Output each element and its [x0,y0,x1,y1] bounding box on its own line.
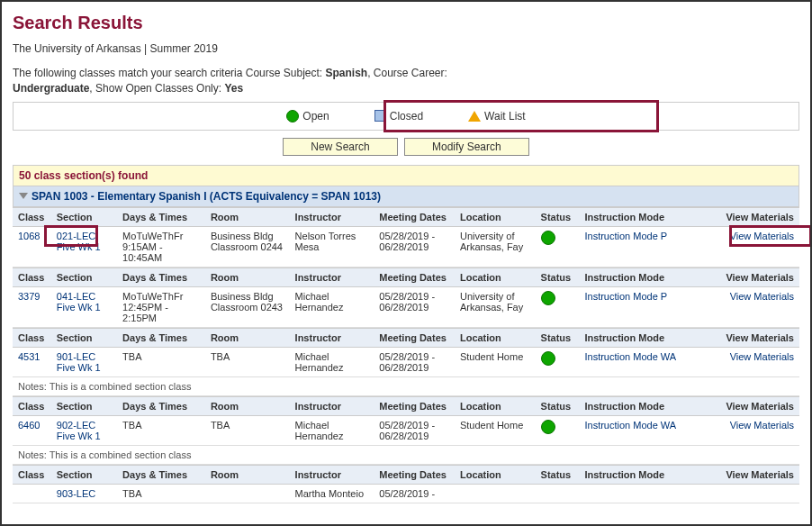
col-class[interactable]: Class [13,328,51,347]
col-room[interactable]: Room [205,396,290,415]
col-instruction-mode[interactable]: Instruction Mode [579,465,708,484]
col-view-materials[interactable]: View Materials [708,465,799,484]
col-instructor[interactable]: Instructor [290,465,374,484]
class-link[interactable]: 1068 [18,231,40,241]
instructor: Michael Hernandez [290,347,374,376]
class-link[interactable]: 6460 [18,420,40,431]
col-room[interactable]: Room [205,207,290,226]
view-materials-link[interactable]: View Materials [730,351,794,362]
col-view-materials[interactable]: View Materials [708,207,799,226]
location: Student Home [455,415,536,445]
col-meeting-dates[interactable]: Meeting Dates [374,207,455,226]
instruction-mode-link[interactable]: Instruction Mode P [584,231,667,241]
table-row: 6460902-LECFive Wk 1TBATBAMichael Hernan… [13,415,799,445]
col-days-times[interactable]: Days & Times [117,465,205,484]
col-location[interactable]: Location [455,207,536,226]
open-icon [541,291,555,305]
col-instructor[interactable]: Instructor [290,268,374,286]
col-instructor[interactable]: Instructor [290,328,374,347]
col-status[interactable]: Status [536,396,580,415]
class-link[interactable]: 4531 [18,351,40,362]
criteria-text: , Course Career: [367,67,447,79]
col-location[interactable]: Location [455,268,536,286]
view-materials-link[interactable]: View Materials [730,231,794,241]
section-link[interactable]: 021-LEC [57,231,95,241]
section-link[interactable]: Five Wk 1 [57,241,101,252]
section-link[interactable]: 901-LEC [57,351,95,362]
section-link[interactable]: 903-LEC [57,488,95,499]
status-cell [536,226,580,267]
days-times: TBA [117,484,205,503]
open-icon [286,110,299,122]
col-section[interactable]: Section [51,328,117,347]
instruction-mode-link[interactable]: Instruction Mode WA [584,420,676,431]
col-room[interactable]: Room [205,328,290,347]
col-instruction-mode[interactable]: Instruction Mode [579,268,708,286]
col-days-times[interactable]: Days & Times [117,207,205,226]
col-instructor[interactable]: Instructor [290,396,374,415]
new-search-button[interactable]: New Search [283,138,397,156]
col-view-materials[interactable]: View Materials [708,268,799,286]
col-status[interactable]: Status [536,465,580,484]
col-view-materials[interactable]: View Materials [708,396,799,415]
col-days-times[interactable]: Days & Times [117,268,205,286]
col-instruction-mode[interactable]: Instruction Mode [579,328,708,347]
view-materials-link[interactable]: View Materials [730,420,794,431]
class-link[interactable]: 3379 [18,291,40,302]
col-instruction-mode[interactable]: Instruction Mode [579,396,708,415]
instruction-mode-link[interactable]: Instruction Mode P [584,291,667,302]
col-location[interactable]: Location [455,396,536,415]
col-days-times[interactable]: Days & Times [117,396,205,415]
col-status[interactable]: Status [536,207,580,226]
section-link[interactable]: 041-LEC [57,291,95,302]
col-class[interactable]: Class [13,268,51,286]
col-room[interactable]: Room [205,465,290,484]
col-section[interactable]: Section [51,268,117,286]
days-times: MoTuWeThFr 12:45PM - 2:15PM [117,286,205,327]
results-count: 50 class section(s) found [13,165,799,186]
course-header[interactable]: SPAN 1003 - Elementary Spanish I (ACTS E… [13,186,799,207]
col-class[interactable]: Class [13,465,51,484]
instruction-mode-link[interactable]: Instruction Mode WA [584,351,676,362]
meeting-dates: 05/28/2019 - 06/28/2019 [374,415,455,445]
col-status[interactable]: Status [536,268,580,286]
instructor: Michael Hernandez [290,286,374,327]
col-status[interactable]: Status [536,328,580,347]
location [455,484,536,503]
col-days-times[interactable]: Days & Times [117,328,205,347]
table-row: 1068021-LECFive Wk 1MoTuWeThFr 9:15AM - … [13,226,799,267]
instructor: Michael Hernandez [290,415,374,445]
col-meeting-dates[interactable]: Meeting Dates [374,328,455,347]
col-instructor[interactable]: Instructor [290,207,374,226]
col-section[interactable]: Section [51,465,117,484]
col-meeting-dates[interactable]: Meeting Dates [374,465,455,484]
col-room[interactable]: Room [205,268,290,286]
criteria-subject: Spanish [325,67,367,79]
section-link[interactable]: Five Wk 1 [57,362,101,373]
meeting-dates: 05/28/2019 - 06/28/2019 [374,286,455,327]
room: TBA [205,347,290,376]
location: Student Home [455,347,536,376]
status-cell [536,415,580,445]
table-row: 4531901-LECFive Wk 1TBATBAMichael Hernan… [13,347,799,376]
status-cell [536,286,580,327]
section-link[interactable]: Five Wk 1 [57,431,101,441]
col-section[interactable]: Section [51,396,117,415]
col-view-materials[interactable]: View Materials [708,328,799,347]
days-times: MoTuWeThFr 9:15AM - 10:45AM [117,226,205,267]
section-link[interactable]: Five Wk 1 [57,302,101,313]
col-section[interactable]: Section [51,207,117,226]
view-materials-link[interactable]: View Materials [730,291,794,302]
col-instruction-mode[interactable]: Instruction Mode [579,207,708,226]
col-meeting-dates[interactable]: Meeting Dates [374,268,455,286]
col-location[interactable]: Location [455,465,536,484]
col-meeting-dates[interactable]: Meeting Dates [374,396,455,415]
section-link[interactable]: 902-LEC [57,420,95,431]
legend-open-label: Open [302,110,329,122]
modify-search-button[interactable]: Modify Search [404,138,529,156]
col-class[interactable]: Class [13,207,51,226]
col-location[interactable]: Location [455,328,536,347]
row-notes: Notes: This is a combined section class [13,446,799,465]
col-class[interactable]: Class [13,396,51,415]
criteria-text: , Show Open Classes Only: [89,82,224,95]
